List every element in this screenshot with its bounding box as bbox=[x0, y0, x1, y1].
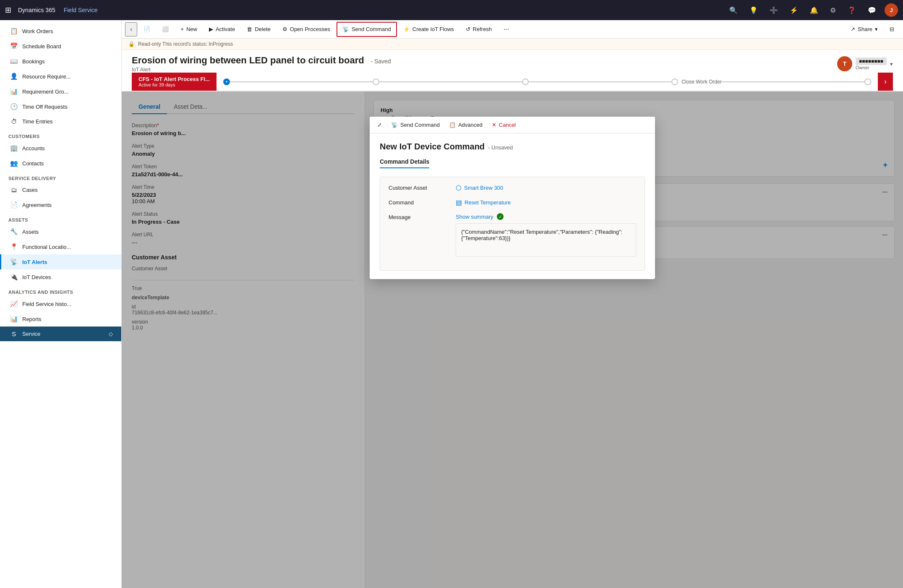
chat-icon[interactable]: 💬 bbox=[868, 6, 876, 14]
open-new-icon: ⬜ bbox=[162, 26, 169, 32]
share-chevron: ▾ bbox=[875, 26, 878, 32]
assets-icon: 🔧 bbox=[10, 228, 18, 235]
sidebar-item-service[interactable]: S Service ◇ bbox=[0, 327, 121, 341]
share-button[interactable]: ↗ Share ▾ bbox=[845, 22, 883, 37]
sidebar-item-iot-alerts[interactable]: 📡 IoT Alerts bbox=[0, 254, 121, 269]
sidebar-label-functional-loc: Functional Locatio... bbox=[22, 244, 71, 250]
open-processes-button[interactable]: ⚙ Open Processes bbox=[277, 22, 336, 37]
reports-icon: 📊 bbox=[10, 315, 18, 323]
user-avatar[interactable]: J bbox=[885, 3, 898, 17]
sidebar-label-reports: Reports bbox=[22, 316, 42, 322]
gear-icon[interactable]: ⚙ bbox=[830, 6, 836, 14]
sidebar-item-requirement-gro[interactable]: 📊 Requirement Gro... bbox=[0, 84, 121, 99]
sidebar-item-schedule-board[interactable]: 📅 Schedule Board bbox=[0, 39, 121, 54]
sidebar-item-field-service-hist[interactable]: 📈 Field Service histo... bbox=[0, 296, 121, 311]
close-work-order-step[interactable]: Close Work Order bbox=[671, 78, 722, 85]
content-area: General Asset Deta... Description* Erosi… bbox=[122, 91, 903, 588]
stage-next-arrow[interactable]: › bbox=[878, 73, 893, 91]
process-step-5[interactable] bbox=[864, 78, 871, 85]
waffle-icon[interactable]: ⊞ bbox=[5, 5, 11, 15]
service-pin-icon[interactable]: ◇ bbox=[109, 331, 113, 337]
sidebar-item-agreements[interactable]: 📄 Agreements bbox=[0, 197, 121, 212]
sidebar-label-accounts: Accounts bbox=[22, 145, 44, 152]
process-step-1[interactable] bbox=[223, 78, 230, 85]
iot-alerts-icon: 📡 bbox=[10, 258, 18, 266]
sidebar-item-accounts[interactable]: 🏢 Accounts bbox=[0, 141, 121, 156]
main-content: ‹ 📄 ⬜ + New ▶ Activate 🗑 Delete ⚙ Open P… bbox=[122, 20, 903, 588]
refresh-button[interactable]: ↺ Refresh bbox=[460, 22, 498, 37]
bell-icon[interactable]: 🔔 bbox=[810, 6, 818, 14]
schedule-board-icon: 📅 bbox=[10, 42, 18, 50]
plus-icon[interactable]: ➕ bbox=[770, 6, 778, 14]
side-panel-btn[interactable]: ⊟ bbox=[884, 22, 900, 37]
plus-icon: + bbox=[180, 26, 184, 32]
sidebar-label-agreements: Agreements bbox=[22, 202, 52, 208]
sidebar-item-time-entries[interactable]: ⏱ Time Entries bbox=[0, 114, 121, 129]
requirement-gro-icon: 📊 bbox=[10, 88, 18, 95]
modal-send-command-button[interactable]: 📡 Send Command bbox=[387, 120, 444, 130]
create-iot-flows-label: Create IoT Flows bbox=[412, 26, 454, 32]
modal-popout-button[interactable]: ⤢ bbox=[373, 120, 386, 130]
delete-icon: 🗑 bbox=[247, 26, 252, 32]
service-delivery-section: Service Delivery bbox=[0, 171, 121, 183]
send-command-button[interactable]: 📡 Send Command bbox=[337, 22, 397, 37]
sidebar-label-cases: Cases bbox=[22, 187, 38, 193]
share-label: Share bbox=[858, 26, 872, 32]
accounts-icon: 🏢 bbox=[10, 144, 18, 152]
show-summary-link[interactable]: Show summary bbox=[456, 214, 493, 220]
activate-label: Activate bbox=[216, 26, 235, 32]
sidebar-item-time-off[interactable]: 🕐 Time Off Requests bbox=[0, 99, 121, 114]
bulb-icon[interactable]: 💡 bbox=[749, 6, 758, 14]
contacts-icon: 👥 bbox=[10, 159, 18, 167]
cases-icon: 🗂 bbox=[10, 186, 18, 193]
cfs-banner: CFS - IoT Alert Process Fl... Active for… bbox=[132, 73, 217, 91]
sidebar-item-work-orders[interactable]: 📋 Work Orders bbox=[0, 24, 121, 39]
message-content[interactable]: {"CommandName":"Reset Temperature","Para… bbox=[456, 223, 636, 257]
modal-message-value: Show summary ✓ {"CommandName":"Reset Tem… bbox=[456, 213, 636, 257]
agreements-icon: 📄 bbox=[10, 201, 18, 209]
create-iot-flows-button[interactable]: ⚡ Create IoT Flows bbox=[398, 22, 459, 37]
sidebar-item-cases[interactable]: 🗂 Cases bbox=[0, 183, 121, 197]
process-step-2[interactable] bbox=[373, 78, 379, 85]
back-button[interactable]: ‹ bbox=[125, 22, 137, 37]
modal-send-icon: 📡 bbox=[391, 122, 398, 128]
activate-button[interactable]: ▶ Activate bbox=[204, 22, 240, 37]
record-type: IoT Alert bbox=[132, 67, 391, 73]
sidebar-item-iot-devices[interactable]: 🔌 IoT Devices bbox=[0, 269, 121, 285]
sidebar-item-functional-loc[interactable]: 📍 Functional Locatio... bbox=[0, 239, 121, 254]
new-button[interactable]: + New bbox=[175, 22, 203, 37]
document-icon-btn[interactable]: 📄 bbox=[138, 22, 156, 37]
sidebar-label-assets: Assets bbox=[22, 229, 39, 235]
sidebar-item-resource-req[interactable]: 👤 Resource Require... bbox=[0, 69, 121, 84]
modal-command-label: Command bbox=[389, 199, 447, 206]
record-title: Erosion of wiring between LED panel to c… bbox=[132, 55, 364, 65]
customer-asset-link[interactable]: ⬡ Smart Brew 300 bbox=[456, 184, 636, 192]
share-icon: ↗ bbox=[851, 26, 855, 32]
sidebar-label-requirement-gro: Requirement Gro... bbox=[22, 89, 69, 95]
delete-button[interactable]: 🗑 Delete bbox=[241, 22, 276, 37]
customer-asset-icon: ⬡ bbox=[456, 184, 462, 192]
sidebar-item-contacts[interactable]: 👥 Contacts bbox=[0, 156, 121, 171]
owner-chevron[interactable]: ▾ bbox=[890, 61, 893, 67]
modal-cancel-button[interactable]: ✕ Cancel bbox=[488, 120, 520, 130]
open-in-new-btn[interactable]: ⬜ bbox=[157, 22, 174, 37]
sidebar-item-bookings[interactable]: 📖 Bookings bbox=[0, 54, 121, 69]
command-link[interactable]: ▤ Reset Temperature bbox=[456, 199, 636, 206]
side-panel-icon: ⊟ bbox=[890, 26, 894, 32]
sidebar-item-assets[interactable]: 🔧 Assets bbox=[0, 224, 121, 239]
filter-icon[interactable]: ⚡ bbox=[790, 6, 798, 14]
delete-label: Delete bbox=[255, 26, 271, 32]
more-button[interactable]: ⋯ bbox=[498, 22, 514, 37]
owner-label: Owner bbox=[856, 65, 887, 70]
search-icon[interactable]: 🔍 bbox=[729, 6, 738, 14]
modal-title: New IoT Device Command bbox=[380, 142, 485, 152]
process-step-3[interactable] bbox=[522, 78, 529, 85]
modal-advanced-button[interactable]: 📋 Advanced bbox=[445, 120, 487, 130]
modal-popout-icon: ⤢ bbox=[377, 122, 382, 128]
sidebar: 📋 Work Orders 📅 Schedule Board 📖 Booking… bbox=[0, 20, 122, 588]
processes-icon: ⚙ bbox=[282, 26, 287, 32]
close-work-order-label: Close Work Order bbox=[681, 79, 722, 85]
help-icon[interactable]: ❓ bbox=[848, 6, 856, 14]
new-label: New bbox=[186, 26, 197, 32]
sidebar-item-reports[interactable]: 📊 Reports bbox=[0, 311, 121, 327]
